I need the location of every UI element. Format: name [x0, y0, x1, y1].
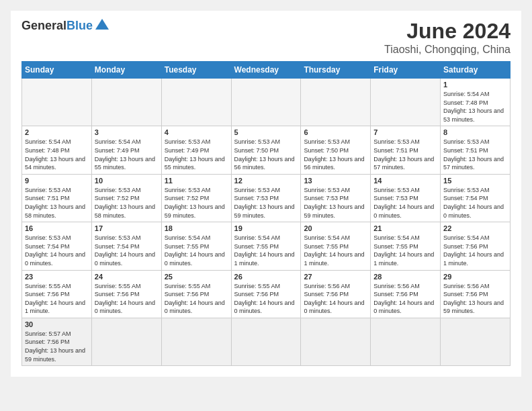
day-cell: 18Sunrise: 5:54 AM Sunset: 7:55 PM Dayli… [161, 222, 231, 270]
day-cell: 23Sunrise: 5:55 AM Sunset: 7:56 PM Dayli… [22, 270, 92, 318]
day-cell: 8Sunrise: 5:53 AM Sunset: 7:51 PM Daylig… [441, 126, 511, 174]
day-info: Sunrise: 5:54 AM Sunset: 7:55 PM Dayligh… [165, 234, 228, 267]
day-cell [231, 79, 301, 126]
day-number: 21 [373, 224, 437, 232]
day-info: Sunrise: 5:56 AM Sunset: 7:56 PM Dayligh… [304, 282, 367, 316]
day-number: 23 [25, 273, 89, 281]
day-cell: 5Sunrise: 5:53 AM Sunset: 7:50 PM Daylig… [231, 126, 301, 174]
logo: GeneralBlue [21, 19, 110, 32]
day-number: 13 [304, 177, 367, 185]
day-header-sunday: Sunday [22, 62, 92, 79]
day-number: 15 [443, 177, 507, 185]
day-cell [91, 79, 161, 126]
day-info: Sunrise: 5:54 AM Sunset: 7:48 PM Dayligh… [25, 138, 89, 171]
title-area: June 2024 Tiaoshi, Chongqing, China [384, 19, 511, 56]
day-number: 26 [234, 273, 298, 281]
day-cell: 2Sunrise: 5:54 AM Sunset: 7:48 PM Daylig… [22, 126, 92, 174]
day-info: Sunrise: 5:55 AM Sunset: 7:56 PM Dayligh… [234, 282, 298, 316]
day-number: 16 [25, 224, 89, 232]
week-row-0: 1Sunrise: 5:54 AM Sunset: 7:48 PM Daylig… [22, 79, 511, 126]
day-number: 9 [25, 177, 89, 185]
day-cell: 20Sunrise: 5:54 AM Sunset: 7:55 PM Dayli… [301, 222, 371, 270]
day-cell: 15Sunrise: 5:53 AM Sunset: 7:54 PM Dayli… [441, 174, 511, 222]
day-number: 29 [443, 273, 507, 281]
day-info: Sunrise: 5:55 AM Sunset: 7:56 PM Dayligh… [25, 282, 89, 316]
calendar-table: SundayMondayTuesdayWednesdayThursdayFrid… [21, 61, 511, 366]
day-number: 20 [304, 224, 367, 232]
day-cell: 29Sunrise: 5:56 AM Sunset: 7:56 PM Dayli… [441, 270, 511, 318]
week-row-4: 23Sunrise: 5:55 AM Sunset: 7:56 PM Dayli… [22, 270, 511, 318]
week-row-3: 16Sunrise: 5:53 AM Sunset: 7:54 PM Dayli… [22, 222, 511, 270]
day-info: Sunrise: 5:55 AM Sunset: 7:56 PM Dayligh… [95, 282, 159, 316]
day-cell: 22Sunrise: 5:54 AM Sunset: 7:56 PM Dayli… [441, 222, 511, 270]
day-info: Sunrise: 5:54 AM Sunset: 7:48 PM Dayligh… [443, 90, 507, 124]
day-cell [22, 79, 92, 126]
day-cell [91, 318, 161, 365]
day-info: Sunrise: 5:53 AM Sunset: 7:54 PM Dayligh… [95, 234, 159, 267]
day-info: Sunrise: 5:54 AM Sunset: 7:55 PM Dayligh… [373, 234, 437, 267]
week-row-5: 30Sunrise: 5:57 AM Sunset: 7:56 PM Dayli… [22, 318, 511, 365]
day-cell [161, 318, 231, 365]
day-cell: 9Sunrise: 5:53 AM Sunset: 7:51 PM Daylig… [22, 174, 92, 222]
day-header-wednesday: Wednesday [231, 62, 301, 79]
day-number: 22 [443, 224, 507, 232]
day-info: Sunrise: 5:54 AM Sunset: 7:55 PM Dayligh… [234, 234, 298, 267]
day-cell: 28Sunrise: 5:56 AM Sunset: 7:56 PM Dayli… [371, 270, 441, 318]
day-header-tuesday: Tuesday [161, 62, 231, 79]
day-number: 17 [95, 224, 159, 232]
day-info: Sunrise: 5:54 AM Sunset: 7:49 PM Dayligh… [95, 138, 159, 171]
day-info: Sunrise: 5:53 AM Sunset: 7:53 PM Dayligh… [373, 186, 437, 220]
day-cell: 6Sunrise: 5:53 AM Sunset: 7:50 PM Daylig… [301, 126, 371, 174]
day-cell: 10Sunrise: 5:53 AM Sunset: 7:52 PM Dayli… [91, 174, 161, 222]
day-number: 3 [95, 128, 159, 136]
day-cell: 4Sunrise: 5:53 AM Sunset: 7:49 PM Daylig… [161, 126, 231, 174]
calendar-container: GeneralBlue June 2024 Tiaoshi, Chongqing… [11, 11, 521, 377]
day-cell: 19Sunrise: 5:54 AM Sunset: 7:55 PM Dayli… [231, 222, 301, 270]
day-info: Sunrise: 5:53 AM Sunset: 7:54 PM Dayligh… [443, 186, 507, 220]
day-cell: 14Sunrise: 5:53 AM Sunset: 7:53 PM Dayli… [371, 174, 441, 222]
logo-icon [94, 16, 110, 32]
day-info: Sunrise: 5:53 AM Sunset: 7:52 PM Dayligh… [95, 186, 159, 220]
day-cell: 30Sunrise: 5:57 AM Sunset: 7:56 PM Dayli… [22, 318, 92, 365]
day-info: Sunrise: 5:56 AM Sunset: 7:56 PM Dayligh… [373, 282, 437, 316]
day-cell [161, 79, 231, 126]
day-info: Sunrise: 5:53 AM Sunset: 7:53 PM Dayligh… [304, 186, 367, 220]
day-cell [371, 318, 441, 365]
day-number: 18 [165, 224, 228, 232]
day-info: Sunrise: 5:57 AM Sunset: 7:56 PM Dayligh… [25, 330, 89, 363]
day-cell [371, 79, 441, 126]
day-info: Sunrise: 5:53 AM Sunset: 7:51 PM Dayligh… [25, 186, 89, 220]
day-number: 8 [443, 128, 507, 136]
day-number: 10 [95, 177, 159, 185]
day-cell: 26Sunrise: 5:55 AM Sunset: 7:56 PM Dayli… [231, 270, 301, 318]
day-number: 11 [165, 177, 228, 185]
day-cell: 24Sunrise: 5:55 AM Sunset: 7:56 PM Dayli… [91, 270, 161, 318]
day-number: 30 [25, 320, 89, 328]
day-number: 7 [373, 128, 437, 136]
day-info: Sunrise: 5:53 AM Sunset: 7:49 PM Dayligh… [165, 138, 228, 171]
day-cell: 27Sunrise: 5:56 AM Sunset: 7:56 PM Dayli… [301, 270, 371, 318]
day-number: 14 [373, 177, 437, 185]
day-cell: 17Sunrise: 5:53 AM Sunset: 7:54 PM Dayli… [91, 222, 161, 270]
day-header-friday: Friday [371, 62, 441, 79]
day-cell [301, 318, 371, 365]
day-number: 6 [304, 128, 367, 136]
day-cell: 16Sunrise: 5:53 AM Sunset: 7:54 PM Dayli… [22, 222, 92, 270]
day-cell: 1Sunrise: 5:54 AM Sunset: 7:48 PM Daylig… [441, 79, 511, 126]
day-info: Sunrise: 5:54 AM Sunset: 7:55 PM Dayligh… [304, 234, 367, 267]
day-info: Sunrise: 5:54 AM Sunset: 7:56 PM Dayligh… [443, 234, 507, 267]
day-cell: 11Sunrise: 5:53 AM Sunset: 7:52 PM Dayli… [161, 174, 231, 222]
day-cell [301, 79, 371, 126]
day-cell [441, 318, 511, 365]
header: GeneralBlue June 2024 Tiaoshi, Chongqing… [21, 19, 511, 56]
day-cell: 3Sunrise: 5:54 AM Sunset: 7:49 PM Daylig… [91, 126, 161, 174]
day-cell [231, 318, 301, 365]
day-number: 27 [304, 273, 367, 281]
day-info: Sunrise: 5:53 AM Sunset: 7:51 PM Dayligh… [443, 138, 507, 171]
logo-text: GeneralBlue [21, 19, 93, 32]
location-title: Tiaoshi, Chongqing, China [384, 44, 511, 56]
day-header-saturday: Saturday [441, 62, 511, 79]
day-info: Sunrise: 5:53 AM Sunset: 7:50 PM Dayligh… [234, 138, 298, 171]
day-header-monday: Monday [91, 62, 161, 79]
week-row-1: 2Sunrise: 5:54 AM Sunset: 7:48 PM Daylig… [22, 126, 511, 174]
